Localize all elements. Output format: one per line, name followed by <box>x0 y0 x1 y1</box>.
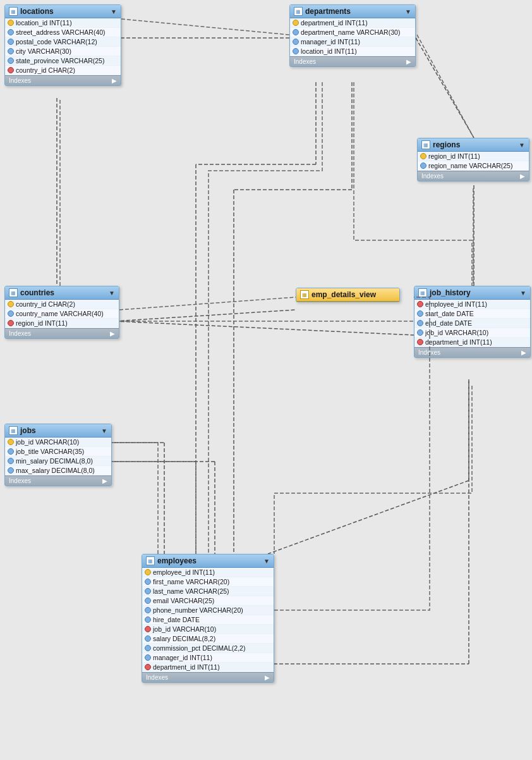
indexes-label: Indexes <box>421 173 444 180</box>
field-row: department_id INT(11) <box>290 18 415 28</box>
field-row: region_name VARCHAR(25) <box>418 161 529 171</box>
indexes-arrow: ▶ <box>110 330 115 337</box>
table-header-countries: ▦ countries ▼ <box>5 286 119 300</box>
indexes-arrow: ▶ <box>102 477 107 484</box>
table-icon-jobs: ▦ <box>9 426 18 435</box>
field-row: postal_code VARCHAR(12) <box>5 37 121 47</box>
field-row: city VARCHAR(30) <box>5 47 121 56</box>
dropdown-icon-locations[interactable]: ▼ <box>111 8 117 15</box>
field-row: start_date DATE <box>414 309 530 319</box>
dropdown-icon-jobs[interactable]: ▼ <box>101 427 107 434</box>
indexes-arrow: ▶ <box>520 173 525 180</box>
field-row: commission_pct DECIMAL(2,2) <box>142 644 274 653</box>
field-icon <box>8 458 14 464</box>
table-title-regions: regions <box>433 140 516 149</box>
field-icon <box>420 162 426 169</box>
field-row: department_id INT(11) <box>414 338 530 347</box>
fk-icon <box>417 301 423 307</box>
field-icon <box>145 635 151 642</box>
field-icon <box>145 607 151 613</box>
table-jobs[interactable]: ▦ jobs ▼ job_id VARCHAR(10) job_title VA… <box>4 424 112 486</box>
svg-line-20 <box>121 19 289 35</box>
table-header-employees: ▦ employees ▼ <box>142 555 274 568</box>
table-title-job-history: job_history <box>430 288 517 297</box>
field-icon <box>8 48 14 54</box>
svg-line-8 <box>115 321 414 335</box>
field-row: max_salary DECIMAL(8,0) <box>5 466 111 475</box>
table-regions[interactable]: ▦ regions ▼ region_id INT(11) region_nam… <box>417 138 529 181</box>
table-header-departments: ▦ departments ▼ <box>290 5 415 18</box>
field-row: country_id CHAR(2) <box>5 66 121 75</box>
indexes-label: Indexes <box>9 77 31 84</box>
field-row: first_name VARCHAR(20) <box>142 577 274 587</box>
indexes-row-employees[interactable]: Indexes ▶ <box>142 672 274 682</box>
fk-icon <box>8 67 14 73</box>
indexes-row-departments[interactable]: Indexes ▶ <box>290 56 415 66</box>
field-icon <box>417 320 423 326</box>
svg-line-10 <box>268 481 469 554</box>
field-icon <box>8 58 14 64</box>
field-icon <box>145 645 151 651</box>
field-icon <box>8 448 14 455</box>
field-row: job_id VARCHAR(10) <box>142 625 274 634</box>
table-header-regions: ▦ regions ▼ <box>418 138 529 152</box>
pk-icon <box>8 439 14 445</box>
dropdown-icon-employees[interactable]: ▼ <box>263 558 270 565</box>
field-row: job_id VARCHAR(10) <box>5 438 111 447</box>
field-row: manager_id INT(11) <box>290 37 415 47</box>
fk-icon <box>145 664 151 670</box>
field-row: region_id INT(11) <box>418 152 529 161</box>
pk-icon <box>8 301 14 307</box>
fk-icon <box>417 339 423 345</box>
field-row: job_title VARCHAR(35) <box>5 447 111 457</box>
field-row: job_id VARCHAR(10) <box>414 328 530 338</box>
field-row: state_province VARCHAR(25) <box>5 56 121 66</box>
indexes-arrow: ▶ <box>112 77 117 84</box>
table-header-jobs: ▦ jobs ▼ <box>5 424 111 438</box>
table-header-emp-details-view: ▦ emp_details_view <box>296 288 399 302</box>
table-countries[interactable]: ▦ countries ▼ country_id CHAR(2) country… <box>4 286 119 339</box>
pk-icon <box>293 20 299 26</box>
table-title-jobs: jobs <box>20 426 99 435</box>
pk-icon <box>145 569 151 575</box>
field-row: location_id INT(11) <box>290 47 415 56</box>
dropdown-icon-regions[interactable]: ▼ <box>519 142 525 149</box>
dropdown-icon-countries[interactable]: ▼ <box>109 290 115 297</box>
field-row: phone_number VARCHAR(20) <box>142 606 274 615</box>
table-icon-job-history: ▦ <box>418 288 427 297</box>
field-icon <box>293 39 299 45</box>
indexes-label: Indexes <box>418 349 440 356</box>
field-icon <box>145 588 151 594</box>
field-icon <box>293 48 299 54</box>
table-icon-locations: ▦ <box>9 7 18 16</box>
dropdown-icon-job-history[interactable]: ▼ <box>520 290 526 297</box>
indexes-row-jobs[interactable]: Indexes ▶ <box>5 475 111 486</box>
svg-line-24 <box>119 297 296 310</box>
dropdown-icon-departments[interactable]: ▼ <box>405 8 411 15</box>
indexes-row-regions[interactable]: Indexes ▶ <box>418 171 529 181</box>
svg-line-22 <box>417 35 474 138</box>
field-icon <box>8 310 14 317</box>
table-emp-details-view[interactable]: ▦ emp_details_view <box>296 288 400 302</box>
field-row: street_address VARCHAR(40) <box>5 28 121 37</box>
field-row: country_id CHAR(2) <box>5 300 119 309</box>
field-icon <box>145 598 151 604</box>
svg-line-2 <box>416 38 474 138</box>
indexes-row-locations[interactable]: Indexes ▶ <box>5 75 121 85</box>
field-row: country_name VARCHAR(40) <box>5 309 119 319</box>
field-row: salary DECIMAL(8,2) <box>142 634 274 644</box>
field-row: employee_id INT(11) <box>142 568 274 577</box>
table-title-locations: locations <box>20 7 108 16</box>
field-row: region_id INT(11) <box>5 319 119 328</box>
indexes-label: Indexes <box>9 477 31 484</box>
table-job-history[interactable]: ▦ job_history ▼ employee_id INT(11) star… <box>414 286 531 358</box>
table-locations[interactable]: ▦ locations ▼ location_id INT(11) street… <box>4 4 121 86</box>
field-row: email VARCHAR(25) <box>142 596 274 606</box>
indexes-arrow: ▶ <box>521 349 526 356</box>
indexes-row-job-history[interactable]: Indexes ▶ <box>414 347 530 357</box>
table-title-departments: departments <box>305 7 402 16</box>
table-employees[interactable]: ▦ employees ▼ employee_id INT(11) first_… <box>142 554 274 683</box>
indexes-row-countries[interactable]: Indexes ▶ <box>5 328 119 338</box>
table-title-employees: employees <box>157 556 261 565</box>
table-departments[interactable]: ▦ departments ▼ department_id INT(11) de… <box>289 4 416 67</box>
